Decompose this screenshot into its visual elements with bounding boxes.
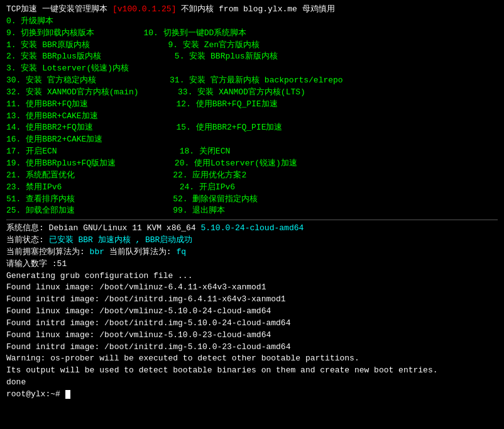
terminal-line-menu13: 13. 使用BBR+CAKE加速	[6, 111, 498, 123]
terminal-line-menu2_5: 2. 安装 BBRplus版内核 5. 安装 BBRplus新版内核	[6, 51, 498, 63]
terminal-line-status: 当前状态: 已安装 BBR 加速内核 , BBR启动成功	[6, 235, 498, 247]
terminal-line-menu19_20: 19. 使用BBRplus+FQ版加速 20. 使用Lotserver(锐速)加…	[6, 158, 498, 170]
terminal-line-menu21_22: 21. 系统配置优化 22. 应用优化方案2	[6, 170, 498, 182]
terminal-line-done: done	[6, 377, 498, 389]
terminal-line-algo: 当前拥塞控制算法为: bbr 当前队列算法为: fq	[6, 247, 498, 259]
terminal-line-menu0: 0. 升级脚本	[6, 16, 498, 28]
terminal-line-prompt: 请输入数字 :51	[6, 259, 498, 270]
terminal-line-menu11_12: 11. 使用BBR+FQ加速 12. 使用BBR+FQ_PIE加速	[6, 99, 498, 111]
terminal-line-warn2: Its output will be used to detect bootab…	[6, 365, 498, 377]
terminal-line-menu3: 3. 安装 Lotserver(锐速)内核	[6, 63, 498, 75]
terminal-line-grub5: Found initrd image: /boot/initrd.img-5.1…	[6, 318, 498, 330]
terminal-line-menu25_99: 25. 卸载全部加速 99. 退出脚本	[6, 205, 498, 217]
terminal-line-sysinfo: 系统信息: Debian GNU/Linux 11 KVM x86_64 5.1…	[6, 223, 498, 235]
terminal-line-menu14_15: 14. 使用BBR2+FQ加速 15. 使用BBR2+FQ_PIE加速	[6, 122, 498, 134]
divider	[6, 220, 498, 220]
terminal-line-menu30_31: 30. 安装 官方稳定内核 31. 安装 官方最新内核 backports/el…	[6, 75, 498, 87]
terminal-line-menu51_52: 51. 查看排序内核 52. 删除保留指定内核	[6, 194, 498, 206]
cursor	[65, 390, 70, 399]
terminal-line-warn1: Warning: os-prober will be executed to d…	[6, 353, 498, 365]
terminal: TCP加速 一键安装管理脚本 [v100.0.1.25] 不卸内核 from b…	[0, 0, 504, 429]
terminal-line-menu23_24: 23. 禁用IPv6 24. 开启IPv6	[6, 182, 498, 194]
terminal-line-grub4: Found linux image: /boot/vmlinuz-5.10.0-…	[6, 306, 498, 318]
terminal-line-menu9_10: 9. 切换到卸载内核版本 10. 切换到一键DD系统脚本	[6, 28, 498, 40]
terminal-line-menu1_9: 1. 安装 BBR原版内核 9. 安装 Zen官方版内核	[6, 40, 498, 52]
terminal-line-header: TCP加速 一键安装管理脚本 [v100.0.1.25] 不卸内核 from b…	[6, 4, 498, 16]
terminal-line-shell: root@ylx:~#	[6, 389, 498, 401]
terminal-line-grub6: Found linux image: /boot/vmlinuz-5.10.0-…	[6, 330, 498, 342]
terminal-line-grub3: Found initrd image: /boot/initrd.img-6.4…	[6, 294, 498, 306]
terminal-line-menu16: 16. 使用BBR2+CAKE加速	[6, 134, 498, 146]
terminal-line-grub7: Found initrd image: /boot/initrd.img-5.1…	[6, 342, 498, 354]
terminal-line-menu32_33: 32. 安装 XANMOD官方内核(main) 33. 安装 XANMOD官方内…	[6, 87, 498, 99]
terminal-line-grub1: Generating grub configuration file ...	[6, 270, 498, 282]
terminal-line-grub2: Found linux image: /boot/vmlinuz-6.4.11-…	[6, 282, 498, 294]
terminal-line-menu17_18: 17. 开启ECN 18. 关闭ECN	[6, 146, 498, 158]
